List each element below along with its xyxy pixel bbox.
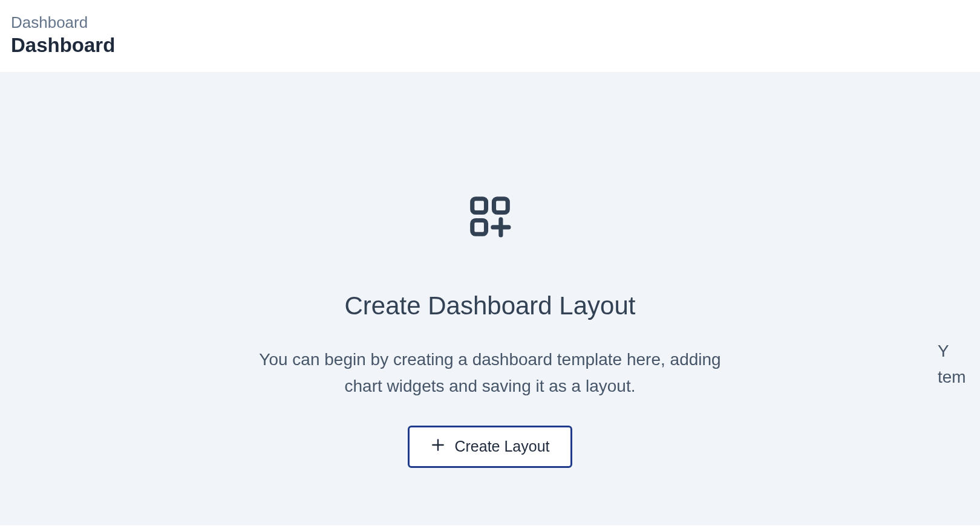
svg-rect-0 (472, 199, 486, 213)
empty-state: Create Dashboard Layout You can begin by… (218, 193, 762, 468)
create-layout-button-label: Create Layout (454, 438, 549, 455)
empty-state-heading: Create Dashboard Layout (345, 291, 636, 321)
content-area: Create Dashboard Layout You can begin by… (0, 72, 980, 525)
page-title: Dashboard (11, 33, 969, 57)
create-layout-button[interactable]: Create Layout (408, 426, 572, 468)
grid-add-icon (466, 193, 514, 242)
svg-rect-1 (494, 199, 508, 213)
plus-icon (430, 437, 446, 456)
page-header: Dashboard Dashboard (0, 0, 980, 72)
offscreen-partial-text: Y tem (938, 338, 980, 391)
breadcrumb[interactable]: Dashboard (11, 13, 969, 32)
svg-rect-2 (472, 220, 486, 234)
empty-state-description: You can begin by creating a dashboard te… (242, 346, 738, 399)
